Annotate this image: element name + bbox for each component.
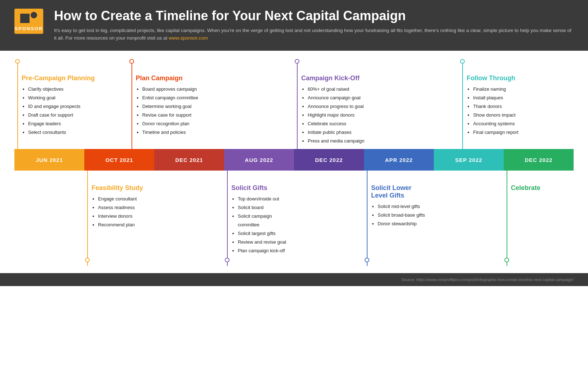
phase-title-solicit-gifts: Solicit Gifts <box>231 184 290 192</box>
bottom-empty-1 <box>14 171 84 266</box>
list-item: Board approves campaign <box>142 85 239 94</box>
vline-pre-campaign <box>17 62 18 149</box>
circle-top-pre-campaign <box>15 59 20 64</box>
timeline-item-1: OCT 2021 <box>84 149 154 171</box>
list-item: Press and media campaign <box>308 137 404 145</box>
phase-list-follow-through: Finalize naming Install plaques Thank do… <box>467 85 569 137</box>
main-content: Pre-Campaign Planning Clarify objectives… <box>0 51 588 273</box>
vline-celebrate <box>507 171 507 266</box>
list-item: Donor stewardship <box>378 220 429 228</box>
bottom-empty-5 <box>294 171 364 266</box>
phase-title-feasibility: Feasibility Study <box>92 184 150 192</box>
timeline-item-7: DEC 2022 <box>504 149 574 171</box>
list-item: Select consultants <box>28 128 124 137</box>
list-item: Determine working goal <box>142 102 239 111</box>
list-item: Solicit campaign committee <box>238 212 290 229</box>
website-link[interactable]: www.sponsor.com <box>169 35 208 41</box>
header: SPONSOR How to Create a Timeline for You… <box>0 0 588 51</box>
phase-title-pre-campaign: Pre-Campaign Planning <box>22 74 124 82</box>
phase-solicit-gifts: Solicit Gifts Top down/inside out Solici… <box>224 171 294 266</box>
bottom-empty-3 <box>154 171 224 266</box>
phase-solicit-lower: Solicit Lower Level Gifts Solicit mid-le… <box>364 171 434 266</box>
svg-rect-0 <box>20 14 30 23</box>
phase-title-plan-campaign: Plan Campaign <box>136 74 239 82</box>
list-item: Install plaques <box>473 94 569 102</box>
phase-list-solicit-gifts: Top down/inside out Solicit board Solici… <box>231 195 290 255</box>
bottom-empty-7 <box>434 171 504 266</box>
vline-follow-through <box>462 62 463 149</box>
phase-list-campaign-kickoff: 60%+ of goal raised Announce campaign go… <box>301 85 404 145</box>
phase-list-plan-campaign: Board approves campaign Enlist campaign … <box>136 85 239 137</box>
list-item: Solicit board <box>238 203 290 212</box>
phase-plan-campaign: Plan Campaign Board approves campaign En… <box>129 62 243 149</box>
vline-plan-campaign <box>132 62 132 149</box>
list-item: Announce campaign goal <box>308 94 404 102</box>
logo-icon <box>20 12 37 24</box>
list-item: Initiate public phases <box>308 128 404 137</box>
phase-pre-campaign: Pre-Campaign Planning Clarify objectives… <box>14 62 129 149</box>
phase-title-follow-through: Follow Through <box>467 74 569 82</box>
timeline-item-0: JUN 2021 <box>14 149 84 171</box>
list-item: Clarify objectives <box>28 85 124 94</box>
header-text: How to Create a Timeline for Your Next C… <box>54 9 574 42</box>
list-item: Assess readiness <box>98 203 150 212</box>
circle-top-plan-campaign <box>129 59 134 64</box>
list-item: Draft case for support <box>28 111 124 119</box>
timeline-item-6: SEP 2022 <box>434 149 504 171</box>
list-item: Accounting systems <box>473 119 569 128</box>
timeline-item-3: AUG 2022 <box>224 149 294 171</box>
footer-source: Source: https://www.nonprofitpro.com/pos… <box>14 277 574 282</box>
list-item: Recommend plan <box>98 221 150 229</box>
circle-top-follow-through <box>460 59 465 64</box>
vline-campaign-kickoff <box>297 62 298 149</box>
phase-list-solicit-lower: Solicit mid-level gifts Solicit broad-ba… <box>371 202 429 228</box>
circle-top-campaign-kickoff <box>295 59 299 64</box>
phase-celebrate: Celebrate <box>504 171 574 266</box>
vline-solicit-gifts <box>227 171 228 266</box>
list-item: Plan campaign kick-off <box>238 246 290 255</box>
phase-title-solicit-lower: Solicit Lower Level Gifts <box>371 184 429 199</box>
vline-feasibility <box>87 171 88 266</box>
list-item: Finalize naming <box>473 85 569 94</box>
list-item: Final campaign report <box>473 128 569 137</box>
phase-list-feasibility: Engage consultant Assess readiness Inter… <box>92 195 150 229</box>
phase-list-pre-campaign: Clarify objectives Working goal ID and e… <box>22 85 124 137</box>
list-item: Solicit largest gifts <box>238 229 290 238</box>
circle-bottom-solicit-gifts <box>225 258 230 262</box>
list-item: Celebrate success <box>308 119 404 128</box>
list-item: Enlist campaign committee <box>142 94 239 102</box>
header-subtitle: It's easy to get lost in big, complicate… <box>54 27 574 42</box>
list-item: Review and revise goal <box>238 238 290 246</box>
list-item: 60%+ of goal raised <box>308 85 404 94</box>
list-item: Highlight major donors <box>308 111 404 119</box>
list-item: Engage consultant <box>98 195 150 203</box>
list-item: Thank donors <box>473 102 569 111</box>
list-item: Timeline and policies <box>142 128 239 137</box>
timeline-item-2: DEC 2021 <box>154 149 224 171</box>
circle-bottom-feasibility <box>85 258 90 262</box>
list-item: Top down/inside out <box>238 195 290 203</box>
list-item: Revise case for support <box>142 111 239 119</box>
list-item: Donor recognition plan <box>142 119 239 128</box>
vline-solicit-lower <box>367 171 368 266</box>
list-item: Interview donors <box>98 212 150 221</box>
list-item: Solicit mid-level gifts <box>378 202 429 211</box>
list-item: Announce progress to goal <box>308 102 404 111</box>
list-item: Solicit broad-base gifts <box>378 211 429 220</box>
phase-title-campaign-kickoff: Campaign Kick-Off <box>301 74 404 82</box>
bottom-phases: Feasibility Study Engage consultant Asse… <box>14 171 574 266</box>
phase-title-celebrate: Celebrate <box>511 184 569 192</box>
timeline-bar: JUN 2021 OCT 2021 DEC 2021 AUG 2022 DEC … <box>14 149 574 171</box>
timeline-item-5: APR 2022 <box>364 149 434 171</box>
list-item: Show donors impact <box>473 111 569 119</box>
phase-campaign-kickoff: Campaign Kick-Off 60%+ of goal raised An… <box>294 62 408 149</box>
phase-follow-through: Follow Through Finalize naming Install p… <box>459 62 574 149</box>
circle-bottom-celebrate <box>504 258 509 262</box>
page-title: How to Create a Timeline for Your Next C… <box>54 9 574 23</box>
list-item: Working goal <box>28 94 124 102</box>
list-item: Engage leaders <box>28 119 124 128</box>
phase-feasibility: Feasibility Study Engage consultant Asse… <box>84 171 154 266</box>
logo-text: SPONSOR <box>14 26 43 31</box>
footer: Source: https://www.nonprofitpro.com/pos… <box>0 273 588 286</box>
list-item: ID and engage prospects <box>28 102 124 111</box>
